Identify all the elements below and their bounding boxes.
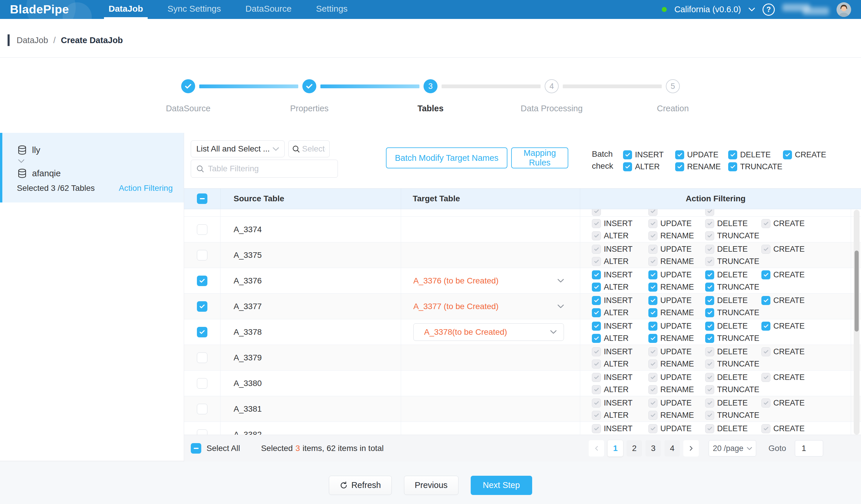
action-option-update: UPDATE xyxy=(675,150,728,159)
source-database-name: lly xyxy=(32,145,40,155)
checkbox-delete xyxy=(705,398,714,408)
list-mode-select[interactable]: List All and Select ... xyxy=(191,140,285,157)
checkbox-insert[interactable] xyxy=(592,322,601,331)
checkbox-rename[interactable] xyxy=(675,162,684,171)
checkbox-alter[interactable] xyxy=(592,308,601,317)
checkbox-delete[interactable] xyxy=(705,270,714,280)
breadcrumb-parent[interactable]: DataJob xyxy=(17,36,48,45)
row-checkbox[interactable] xyxy=(197,378,207,389)
checkbox-truncate[interactable] xyxy=(705,308,714,317)
page-button-4[interactable]: 4 xyxy=(665,440,680,457)
refresh-icon xyxy=(340,481,348,489)
table-row-a_3377: A_3377 A_3377 (to be Created) INSERTUPDA… xyxy=(184,294,861,319)
table-filter-input[interactable] xyxy=(208,164,332,173)
checkbox-delete[interactable] xyxy=(728,150,737,159)
row-checkbox[interactable] xyxy=(197,353,207,363)
checkbox-truncate xyxy=(705,411,714,420)
checkbox-update[interactable] xyxy=(675,150,684,159)
nav-item-settings[interactable]: Settings xyxy=(311,0,352,19)
checkbox-update[interactable] xyxy=(648,270,657,280)
row-checkbox[interactable] xyxy=(197,276,207,286)
search-icon xyxy=(292,145,300,153)
checkbox-insert[interactable] xyxy=(623,150,632,159)
help-icon[interactable]: ? xyxy=(763,3,775,16)
checkbox-truncate xyxy=(705,385,714,394)
checkbox-alter[interactable] xyxy=(592,283,601,291)
action-option-update: UPDATE xyxy=(648,424,705,433)
cluster-selector-label[interactable]: California (v0.6.0) xyxy=(674,5,741,14)
page-button-3[interactable]: 3 xyxy=(645,440,661,457)
checkbox-truncate[interactable] xyxy=(705,283,714,291)
cluster-status-dot xyxy=(662,7,667,12)
avatar-illustration xyxy=(836,2,851,17)
checkbox-create[interactable] xyxy=(783,150,792,159)
next-page-button[interactable] xyxy=(683,440,699,457)
batch-check-label: Batch check xyxy=(592,148,613,172)
row-checkbox[interactable] xyxy=(197,224,207,235)
app-logo[interactable]: BladePipe xyxy=(10,3,69,16)
chevron-down-icon[interactable] xyxy=(749,8,755,11)
select-all-label: Select All xyxy=(206,444,240,453)
username-redacted[interactable] xyxy=(782,3,829,16)
source-table-name: A_3379 xyxy=(220,345,401,370)
action-label: TRUNCATE xyxy=(717,359,759,369)
checkbox-update[interactable] xyxy=(648,322,657,331)
action-option-create: CREATE xyxy=(761,322,851,331)
action-label: UPDATE xyxy=(660,322,692,331)
action-label: CREATE xyxy=(773,398,805,408)
nav-item-datajob[interactable]: DataJob xyxy=(104,0,148,19)
checkbox-alter[interactable] xyxy=(592,334,601,343)
target-table-select[interactable]: A_3376 (to be Created) xyxy=(413,276,564,286)
checkbox-alter xyxy=(592,231,601,240)
step-circle: 4 xyxy=(545,79,559,93)
checkbox-rename[interactable] xyxy=(648,283,657,291)
page-button-2[interactable]: 2 xyxy=(627,440,642,457)
checkbox-insert[interactable] xyxy=(592,270,601,280)
row-checkbox[interactable] xyxy=(197,327,207,337)
page-size-select[interactable]: 20 /page xyxy=(709,440,756,457)
nav-item-sync-settings[interactable]: Sync Settings xyxy=(163,0,226,19)
action-label: ALTER xyxy=(604,411,629,420)
action-label: TRUNCATE xyxy=(717,231,759,240)
select-all-checkbox[interactable] xyxy=(191,443,201,454)
mapping-rules-button[interactable]: Mapping Rules xyxy=(511,147,568,168)
target-table-select[interactable]: A_3378(to be Created) xyxy=(413,323,564,341)
previous-page-button[interactable] xyxy=(589,440,604,457)
row-checkbox[interactable] xyxy=(197,430,207,435)
datasource-pair-card[interactable]: lly afanqie Selected 3 /62 Tables Action… xyxy=(0,133,184,203)
action-label: UPDATE xyxy=(660,373,692,382)
checkbox-rename[interactable] xyxy=(648,334,657,343)
next-step-button[interactable]: Next Step xyxy=(471,476,532,495)
page-button-1[interactable]: 1 xyxy=(607,440,623,457)
checkbox-delete[interactable] xyxy=(705,296,714,305)
nav-item-datasource[interactable]: DataSource xyxy=(241,0,296,19)
row-checkbox[interactable] xyxy=(197,301,207,312)
refresh-button[interactable]: Refresh xyxy=(329,476,392,495)
checkbox-update[interactable] xyxy=(648,296,657,305)
checkbox-delete[interactable] xyxy=(705,322,714,331)
row-checkbox[interactable] xyxy=(197,404,207,414)
checkbox-create[interactable] xyxy=(761,322,770,331)
table-row-a_3376: A_3376 A_3376 (to be Created) INSERTUPDA… xyxy=(184,268,861,294)
batch-modify-target-names-button[interactable]: Batch Modify Target Names xyxy=(386,147,507,168)
checkbox-create[interactable] xyxy=(761,296,770,305)
target-table-select[interactable]: A_3377 (to be Created) xyxy=(413,302,564,311)
checkbox-create[interactable] xyxy=(761,270,770,280)
row-checkbox[interactable] xyxy=(197,250,207,260)
checkbox-rename[interactable] xyxy=(648,308,657,317)
checkbox-truncate[interactable] xyxy=(728,162,737,171)
checkbox-insert[interactable] xyxy=(592,296,601,305)
search-icon xyxy=(196,165,204,173)
vertical-scrollbar[interactable] xyxy=(854,210,860,435)
selection-count-summary: Selected 3 items, 62 items in total xyxy=(261,444,384,453)
scrollbar-thumb[interactable] xyxy=(855,250,859,331)
table-select-dropdown[interactable]: Select xyxy=(288,140,330,157)
avatar[interactable] xyxy=(836,2,851,17)
checkbox-update xyxy=(648,398,657,408)
checkbox-truncate[interactable] xyxy=(705,334,714,343)
checkbox-alter[interactable] xyxy=(623,162,632,171)
goto-page-input[interactable] xyxy=(795,440,823,457)
select-all-header-checkbox[interactable] xyxy=(197,193,207,204)
previous-button[interactable]: Previous xyxy=(404,476,459,495)
action-filtering-link[interactable]: Action Filtering xyxy=(119,183,173,193)
